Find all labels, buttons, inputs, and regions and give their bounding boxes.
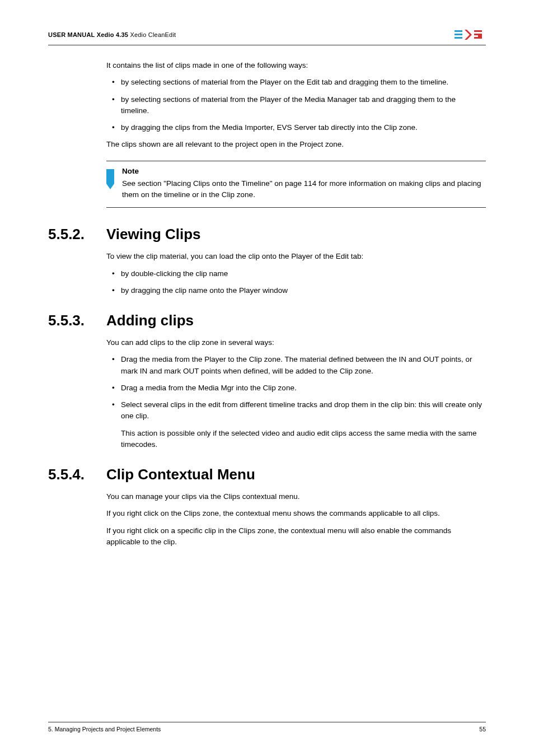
section-number: 5.5.4. — [48, 466, 106, 483]
section-554-heading: 5.5.4. Clip Contextual Menu — [48, 466, 486, 483]
header-manual-prefix: USER MANUAL — [48, 31, 95, 38]
list-item: by dragging the clip name onto the Playe… — [106, 285, 486, 296]
section-title: Viewing Clips — [106, 226, 201, 243]
page-header: USER MANUAL Xedio 4.35 Xedio CleanEdit — [48, 28, 486, 45]
list-item: by dragging the clips from the Media Imp… — [106, 122, 486, 133]
section-552-body: To view the clip material, you can load … — [106, 251, 486, 296]
intro-list: by selecting sections of material from t… — [106, 77, 486, 133]
section-554-body: You can manage your clips via the Clips … — [106, 491, 486, 548]
svg-rect-3 — [474, 30, 482, 32]
note-label: Note — [122, 166, 486, 177]
svg-rect-1 — [455, 34, 462, 35]
section-552-heading: 5.5.2. Viewing Clips — [48, 226, 486, 243]
section-553-body: You can add clips to the clip zone in se… — [106, 337, 486, 450]
intro-block: It contains the list of clips made in on… — [106, 60, 486, 208]
section-lead: You can add clips to the clip zone in se… — [106, 337, 486, 348]
list-item: Drag a media from the Media Mgr into the… — [106, 382, 486, 394]
page-footer: 5. Managing Projects and Project Element… — [48, 722, 486, 732]
list-item: Drag the media from the Player to the Cl… — [106, 354, 486, 377]
footer-page-number: 55 — [479, 726, 486, 732]
section-title: Adding clips — [106, 312, 194, 329]
paragraph: If you right click on the Clips zone, th… — [106, 508, 486, 519]
svg-rect-0 — [455, 30, 462, 32]
section-title: Clip Contextual Menu — [106, 466, 255, 483]
list-item: by selecting sections of material from t… — [106, 77, 486, 88]
list-item: Select several clips in the edit from di… — [106, 399, 486, 422]
note-content: Note See section "Placing Clips onto the… — [122, 166, 486, 201]
note-text: See section "Placing Clips onto the Time… — [122, 179, 481, 199]
section-note-below: This action is possible only if the sele… — [121, 428, 486, 451]
header-title: USER MANUAL Xedio 4.35 Xedio CleanEdit — [48, 31, 176, 38]
intro-lead: It contains the list of clips made in on… — [106, 60, 486, 71]
paragraph: You can manage your clips via the Clips … — [106, 491, 486, 502]
section-list: Drag the media from the Player to the Cl… — [106, 354, 486, 422]
section-553-heading: 5.5.3. Adding clips — [48, 312, 486, 329]
section-lead: To view the clip material, you can load … — [106, 251, 486, 262]
svg-rect-2 — [455, 37, 462, 39]
note-tag-icon — [106, 169, 114, 189]
intro-closing: The clips shown are all relevant to the … — [106, 139, 486, 150]
paragraph: If you right click on a specific clip in… — [106, 525, 486, 548]
svg-rect-6 — [474, 37, 482, 39]
list-item: by double-clicking the clip name — [106, 268, 486, 279]
header-module: Xedio CleanEdit — [130, 31, 176, 38]
section-list: by double-clicking the clip name by drag… — [106, 268, 486, 297]
footer-chapter: 5. Managing Projects and Project Element… — [48, 726, 161, 732]
section-number: 5.5.2. — [48, 226, 106, 243]
list-item: by selecting sections of material from t… — [106, 94, 486, 117]
section-number: 5.5.3. — [48, 312, 106, 329]
note-callout: Note See section "Placing Clips onto the… — [106, 161, 486, 208]
header-product: Xedio 4.35 — [97, 31, 128, 38]
evs-logo-icon — [455, 28, 486, 41]
